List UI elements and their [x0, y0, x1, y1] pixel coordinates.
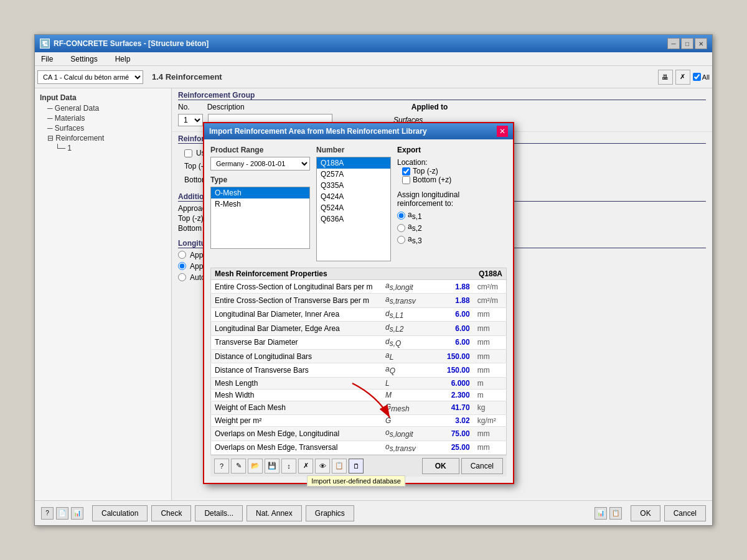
- calculation-button[interactable]: Calculation: [92, 505, 148, 521]
- bottom-checkbox[interactable]: [402, 176, 410, 184]
- prop-label: Entire Cross-Section of Transverse Bars …: [211, 294, 382, 307]
- prop-symbol: G: [382, 415, 434, 427]
- prop-value: 25.00: [434, 441, 473, 454]
- dialog-title-text: Import Reinforcement Area from Mesh Rein…: [209, 127, 427, 136]
- top-checkbox[interactable]: [402, 167, 410, 175]
- prop-value: 6.00: [434, 322, 473, 335]
- toolbar-icon-btn-2[interactable]: ✗: [675, 70, 690, 85]
- prop-unit: cm²/m: [474, 280, 507, 294]
- status-icon-1[interactable]: ?: [41, 507, 54, 520]
- title-bar: 🏗 RF-CONCRETE Surfaces - [Structure béto…: [35, 35, 712, 52]
- copy-btn[interactable]: 📋: [332, 459, 347, 474]
- prop-symbol: as,transv: [382, 294, 434, 307]
- ca-dropdown[interactable]: CA 1 - Calcul du béton armé: [37, 70, 143, 84]
- cancel-button[interactable]: Cancel: [664, 505, 706, 521]
- dialog-ok-button[interactable]: OK: [422, 458, 459, 474]
- bottom-icon-1[interactable]: 📊: [594, 507, 607, 520]
- prop-unit: cm²/m: [474, 294, 507, 307]
- number-item-q524a[interactable]: Q524A: [317, 202, 390, 213]
- prop-unit: kg: [474, 401, 507, 414]
- prop-unit: mm: [474, 441, 507, 454]
- toolbar-icon-btn-1[interactable]: 🖶: [658, 70, 673, 85]
- product-range-label: Product Range: [210, 146, 310, 154]
- bottom-icon-2[interactable]: 📋: [609, 507, 622, 520]
- prop-label: Weight of Each Mesh: [211, 401, 382, 414]
- close-button[interactable]: ✕: [695, 38, 707, 49]
- prop-label: Mesh Length: [211, 377, 382, 389]
- radio-as3[interactable]: [397, 236, 405, 244]
- product-range-dropdown[interactable]: Germany - 2008-01-01 Austria Switzerland: [210, 157, 310, 170]
- number-item-q636a[interactable]: Q636A: [317, 213, 390, 225]
- prop-symbol: M: [382, 389, 434, 401]
- applied-to-label: Applied to: [411, 103, 448, 111]
- sidebar-item-1[interactable]: └─ 1: [35, 143, 171, 153]
- number-item-q257a[interactable]: Q257A: [317, 169, 390, 180]
- number-item-q335a[interactable]: Q335A: [317, 180, 390, 191]
- radio-as1[interactable]: [397, 212, 405, 220]
- sidebar-item-surfaces[interactable]: ─ Surfaces: [35, 123, 171, 133]
- type-item-omesh[interactable]: O-Mesh: [211, 187, 309, 198]
- use-required-checkbox[interactable]: [184, 149, 192, 157]
- props-title: Mesh Reinforcement Properties: [215, 269, 327, 278]
- table-row: Entire Cross-Section of Transverse Bars …: [211, 294, 507, 307]
- radio-auto-inc[interactable]: [178, 273, 186, 281]
- table-row: Mesh WidthM2.300m: [211, 389, 507, 401]
- all-checkbox[interactable]: [693, 73, 701, 81]
- number-item-q424a[interactable]: Q424A: [317, 191, 390, 202]
- window-title: RF-CONCRETE Surfaces - [Structure béton]: [54, 39, 209, 48]
- dialog-close-button[interactable]: ✕: [497, 126, 508, 137]
- table-row: Distance of Transverse BarsaQ150.00mm: [211, 363, 507, 377]
- prop-label: Overlaps on Mesh Edge, Longitudinal: [211, 427, 382, 441]
- menu-file[interactable]: File: [37, 54, 57, 65]
- type-list: O-Mesh R-Mesh: [210, 187, 310, 249]
- prop-symbol: Gmesh: [382, 401, 434, 414]
- edit-btn[interactable]: ✎: [231, 459, 246, 474]
- type-item-rmesh[interactable]: R-Mesh: [211, 198, 309, 210]
- nat-annex-button[interactable]: Nat. Annex: [247, 505, 302, 521]
- status-icon-2[interactable]: 📄: [56, 507, 68, 520]
- as3-label: as,3: [408, 235, 422, 245]
- table-row: Longitudinal Bar Diameter, Inner Areads,…: [211, 307, 507, 321]
- col-desc-label: Description: [207, 103, 245, 111]
- prop-label: Distance of Transverse Bars: [211, 363, 382, 377]
- all-checkbox-area: All: [693, 70, 710, 85]
- status-icon-3[interactable]: 📊: [71, 507, 83, 520]
- prop-value: 150.00: [434, 363, 473, 377]
- menu-settings[interactable]: Settings: [67, 54, 101, 65]
- location-label: Location:: [397, 158, 428, 167]
- assign-radio-3: as,3: [397, 235, 507, 245]
- details-button[interactable]: Details...: [195, 505, 243, 521]
- help-btn[interactable]: ?: [214, 459, 229, 474]
- prop-unit: mm: [474, 349, 507, 363]
- radio-apply-required[interactable]: [178, 251, 186, 259]
- top-label: Top (-z): [413, 167, 438, 175]
- tooltip: Import user-defined database: [307, 475, 405, 487]
- import-db-btn[interactable]: 🗒 Import user-defined database: [349, 459, 364, 474]
- export-label: Export: [397, 146, 507, 154]
- dialog-cancel-button[interactable]: Cancel: [461, 458, 503, 474]
- radio-apply-greater[interactable]: [178, 262, 186, 270]
- prop-unit: mm: [474, 427, 507, 441]
- view-btn[interactable]: 👁: [315, 459, 330, 474]
- check-button[interactable]: Check: [151, 505, 191, 521]
- sidebar: Input Data ─ General Data ─ Materials ─ …: [35, 88, 172, 500]
- prop-symbol: ds,L1: [382, 307, 434, 321]
- dialog-body: Product Range Germany - 2008-01-01 Austr…: [204, 139, 513, 483]
- sort-btn[interactable]: ↕: [281, 459, 296, 474]
- delete-btn[interactable]: ✗: [298, 459, 313, 474]
- main-window: 🏗 RF-CONCRETE Surfaces - [Structure béto…: [34, 34, 713, 526]
- minimize-button[interactable]: ─: [667, 38, 680, 49]
- sidebar-item-reinforcement[interactable]: ⊟ Reinforcement: [35, 133, 171, 143]
- sidebar-item-general-data[interactable]: ─ General Data: [35, 103, 171, 113]
- maximize-button[interactable]: □: [681, 38, 693, 49]
- save-btn[interactable]: 💾: [265, 459, 280, 474]
- number-item-q188a[interactable]: Q188A: [317, 157, 390, 169]
- ok-button[interactable]: OK: [631, 505, 660, 521]
- graphics-button[interactable]: Graphics: [306, 505, 354, 521]
- sidebar-item-materials[interactable]: ─ Materials: [35, 113, 171, 123]
- prop-symbol: aL: [382, 349, 434, 363]
- radio-as2[interactable]: [397, 224, 405, 232]
- menu-help[interactable]: Help: [111, 54, 134, 65]
- open-btn[interactable]: 📂: [248, 459, 263, 474]
- no-dropdown[interactable]: 1: [178, 114, 203, 126]
